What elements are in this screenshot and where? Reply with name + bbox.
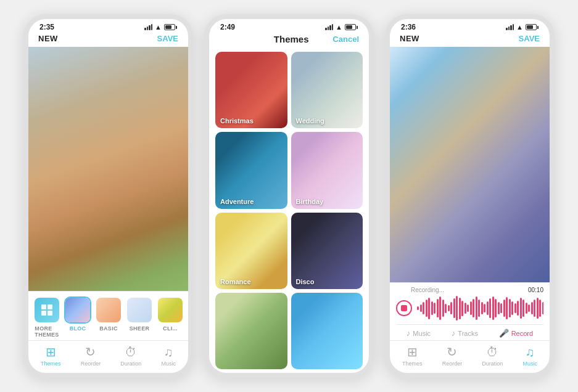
nav-item-reorder-1[interactable]: ↻ Reorder: [81, 345, 101, 367]
themes-icon-1: ⊞: [46, 345, 56, 359]
nav-label-duration-3: Duration: [482, 361, 503, 367]
main-photo-1: [28, 47, 188, 291]
wave-bar: [509, 299, 511, 317]
nav-label-themes-1: Themes: [41, 361, 61, 367]
record-tab-icon: 🎤: [499, 329, 509, 338]
status-icons-1: ▲: [144, 23, 177, 31]
status-time-3: 2:36: [401, 23, 416, 31]
music-icon-3: ♫: [526, 345, 535, 359]
phone-3: 2:36 ▲ NEW SAVE Recording...: [385, 14, 555, 378]
theme-christmas[interactable]: Christmas: [215, 52, 287, 128]
wave-bar: [503, 300, 505, 317]
nav-cancel-2[interactable]: Cancel: [332, 35, 359, 44]
wave-bar: [520, 298, 522, 319]
status-time-1: 2:35: [39, 23, 54, 31]
nav-item-duration-1[interactable]: ⏱ Duration: [120, 345, 141, 367]
thumb-sheer[interactable]: SHEER: [126, 296, 153, 338]
audio-waveform: [417, 296, 543, 321]
theme-strip-1: MoreThemes BLOC BASIC SHEE: [28, 291, 188, 340]
thumb-cli[interactable]: CLI...: [157, 296, 183, 338]
nav-item-themes-1[interactable]: ⊞ Themes: [41, 345, 61, 367]
wave-bar: [514, 303, 516, 313]
stop-recording-button[interactable]: [396, 300, 412, 316]
nav-new-1[interactable]: NEW: [38, 34, 58, 43]
theme-thumbs-list: MoreThemes BLOC BASIC SHEE: [33, 296, 183, 338]
phone-1: 2:35 ▲ NEW SAVE: [23, 14, 193, 378]
audio-tab-tracks[interactable]: ♪ Tracks: [452, 329, 478, 338]
nav-new-3[interactable]: NEW: [400, 34, 419, 43]
wave-bar: [428, 298, 430, 319]
theme-disco[interactable]: Disco: [291, 213, 363, 289]
wave-bar: [473, 299, 474, 317]
wave-bar: [450, 302, 452, 314]
battery-icon-2: [345, 24, 358, 30]
wave-bar: [459, 298, 461, 319]
theme-romance[interactable]: Romance: [215, 213, 287, 289]
thumb-basic[interactable]: BASIC: [95, 296, 122, 338]
thumb-bloc[interactable]: BLOC: [64, 296, 91, 338]
nav-item-music-1[interactable]: ♫ Music: [161, 345, 176, 367]
status-icons-3: ▲: [506, 23, 539, 31]
wave-bar: [534, 300, 535, 317]
theme-birthday[interactable]: Birthday: [291, 132, 363, 208]
wave-bar: [522, 300, 524, 317]
wave-bar: [484, 304, 485, 312]
nav-item-music-3[interactable]: ♫ Music: [522, 345, 537, 367]
wifi-icon-1: ▲: [155, 23, 162, 31]
theme-beach[interactable]: [291, 293, 363, 369]
wave-bar: [442, 300, 444, 317]
wave-bar: [492, 296, 494, 320]
nav-title-2: Themes: [274, 34, 309, 44]
wave-bar: [528, 304, 530, 312]
wifi-icon-3: ▲: [516, 23, 523, 31]
record-tab-label: Record: [511, 330, 533, 337]
top-nav-3: NEW SAVE: [390, 33, 550, 47]
waveform-row: [396, 296, 543, 321]
signal-icon-1: [144, 24, 152, 30]
signal-icon-2: [325, 24, 333, 30]
wave-bar: [426, 300, 427, 317]
audio-tab-music[interactable]: ♪ Music: [407, 329, 431, 338]
thumb-more-label: MoreThemes: [35, 325, 59, 338]
top-nav-1: NEW SAVE: [28, 33, 188, 47]
wave-bar: [420, 304, 422, 312]
thumb-more-themes[interactable]: MoreThemes: [33, 296, 60, 338]
wave-bar: [487, 301, 489, 315]
themes-icon-3: ⊞: [407, 345, 418, 359]
theme-adventure[interactable]: Adventure: [215, 132, 287, 208]
nav-item-duration-3[interactable]: ⏱ Duration: [482, 345, 503, 367]
nav-save-3[interactable]: SAVE: [519, 34, 540, 43]
top-nav-2: Themes Cancel: [209, 33, 369, 48]
wave-bar: [537, 298, 539, 319]
status-time-2: 2:49: [220, 23, 235, 31]
status-bar-2: 2:49 ▲: [209, 19, 369, 33]
wave-bar: [467, 304, 469, 312]
nav-label-themes-3: Themes: [402, 361, 423, 367]
nav-item-themes-3[interactable]: ⊞ Themes: [402, 345, 423, 367]
wave-bar: [531, 302, 533, 314]
tracks-tab-label: Tracks: [458, 330, 478, 337]
wave-bar: [423, 302, 424, 314]
status-bar-3: 2:36 ▲: [390, 19, 550, 33]
thumb-sheer-label: SHEER: [130, 325, 150, 332]
wave-bar: [445, 304, 447, 313]
wave-bar: [453, 298, 455, 318]
theme-nature[interactable]: [215, 293, 287, 369]
battery-icon-1: [164, 24, 177, 30]
wave-bar: [431, 301, 433, 315]
theme-wedding[interactable]: Wedding: [291, 52, 363, 128]
wave-bar: [470, 301, 472, 315]
nav-item-reorder-3[interactable]: ↻ Reorder: [442, 345, 463, 367]
birthday-label: Birthday: [296, 198, 324, 205]
audio-tab-record[interactable]: 🎤 Record: [499, 329, 533, 338]
music-tab-label: Music: [413, 330, 431, 337]
thumb-bloc-label: BLOC: [70, 325, 86, 332]
wave-bar: [506, 297, 508, 319]
tracks-tab-icon: ♪: [452, 329, 456, 338]
romance-label: Romance: [220, 278, 251, 285]
status-bar-1: 2:35 ▲: [28, 19, 188, 33]
main-photo-3: [390, 47, 550, 282]
wave-bar: [434, 303, 436, 314]
stop-icon: [401, 305, 407, 311]
nav-save-1[interactable]: SAVE: [157, 34, 178, 43]
